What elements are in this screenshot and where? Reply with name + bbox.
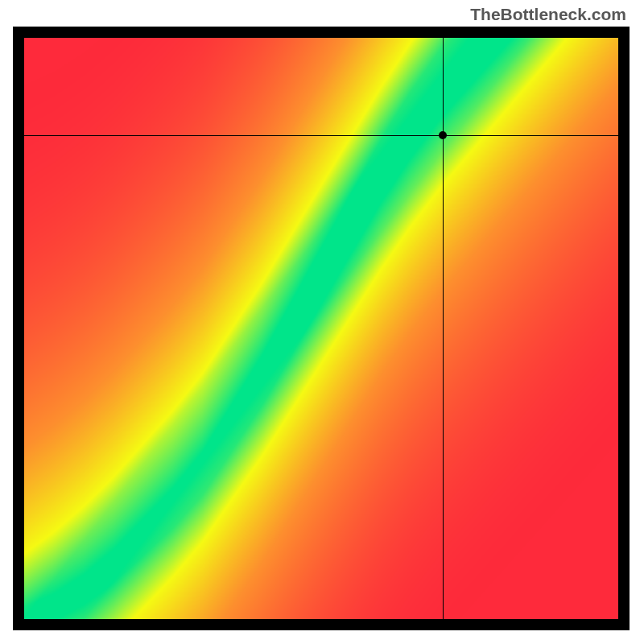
heatmap-plot [24, 38, 618, 619]
chart-frame [13, 27, 630, 630]
heatmap-canvas [24, 38, 618, 619]
crosshair-horizontal [24, 135, 618, 136]
watermark-text: TheBottleneck.com [470, 5, 626, 24]
crosshair-vertical [443, 38, 444, 619]
selection-marker [439, 131, 447, 139]
